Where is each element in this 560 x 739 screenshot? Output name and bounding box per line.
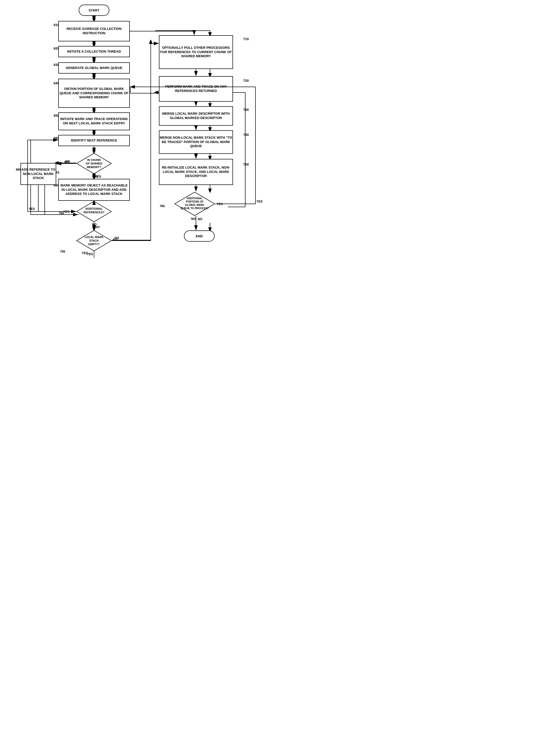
end-node: END (184, 231, 215, 242)
node-640: OBTAIN PORTION OF GLOBAL MARK QUEUE AND … (58, 79, 130, 108)
flow-arrows: YES NO YES NO NO YES YES NO (0, 0, 280, 258)
diamond-700: ADDITIONAL REFERENCES? (76, 201, 112, 222)
node-750: RE-INITIALIZE LOCAL MARK STACK, NON-LOCA… (159, 159, 233, 185)
node-610: RECEIVE GARBAGE COLLECTION INSTRUCTION (58, 21, 130, 41)
svg-text:QUEUE TO PROCESS?: QUEUE TO PROCESS? (181, 207, 209, 210)
label-750: 750 (243, 162, 249, 166)
node-680: MARK MEMORY OBJECT AS REACHABLE IN LOCAL… (58, 179, 130, 201)
yes-label-760: YES (217, 202, 223, 206)
no-label-705: NO (113, 238, 118, 242)
start-label: START (89, 8, 99, 12)
node-690: ADD REFERENCE TO NON-LOCAL MARK STACK (20, 163, 56, 185)
start-node: START (79, 5, 109, 16)
end-label: END (196, 234, 202, 238)
svg-text:EMPTY?: EMPTY? (89, 243, 100, 246)
svg-text:REFERENCES?: REFERENCES? (84, 211, 105, 214)
svg-text:MEMORY?: MEMORY? (87, 165, 101, 169)
node-740: MERGE NON-LOCAL MARK STACK WITH "TO BE T… (159, 130, 233, 154)
node-660: IDENTIFY NEXT REFERENCE (58, 135, 130, 146)
label-760: 760 (160, 204, 165, 208)
node-710: OPTIONALLY POLL OTHER PROCESSORS FOR REF… (159, 35, 233, 69)
no-label-700: NO (92, 223, 97, 226)
yes-label-705: YES (87, 252, 93, 256)
label-705: 705 (60, 250, 65, 253)
svg-text:OF SHARED: OF SHARED (86, 162, 103, 165)
svg-text:LOCAL MARK: LOCAL MARK (85, 236, 104, 239)
flowchart-diagram: START 610 RECEIVE GARBAGE COLLECTION INS… (0, 0, 280, 370)
node-630: GENERATE GLOBAL MARK QUEUE (58, 62, 130, 73)
no-label-760: NO (191, 217, 196, 221)
yes-label-700: YES (63, 210, 69, 213)
label-720: 720 (243, 79, 249, 83)
yes-label-670: YES (92, 175, 98, 178)
svg-text:ADDITIONAL: ADDITIONAL (85, 207, 103, 210)
label-740: 740 (243, 133, 249, 137)
svg-text:GLOBAL MARK: GLOBAL MARK (185, 203, 204, 206)
svg-text:IN CHUNK: IN CHUNK (87, 158, 101, 161)
node-730: MERGE LOCAL MARK DESCRIPTOR WITH GLOBAL … (159, 106, 233, 126)
node-720: PERFORM MARK AND TRACE ON ANY REFERENCES… (159, 76, 233, 102)
svg-text:STACK: STACK (89, 239, 99, 242)
diamond-760: ADDITIONAL PORTIONS OF GLOBAL MARK QUEUE… (174, 191, 215, 216)
svg-text:PORTIONS OF: PORTIONS OF (186, 200, 203, 203)
diamond-705: LOCAL MARK STACK EMPTY? (76, 230, 112, 251)
node-620: INITIATE A COLLECTION THREAD (58, 46, 130, 57)
label-730: 730 (243, 108, 249, 112)
diamond-670: IN CHUNK OF SHARED MEMORY? (76, 153, 112, 174)
svg-text:ADDITIONAL: ADDITIONAL (187, 197, 202, 200)
label-710: 710 (243, 37, 249, 41)
svg-text:YES: YES (257, 200, 263, 203)
node-650: INITIATE MARK AND TRACE OPERATIONS ON NE… (58, 112, 130, 130)
no-label-670: NO (64, 160, 69, 164)
svg-text:YES: YES (29, 207, 35, 211)
svg-text:NO: NO (198, 217, 202, 221)
